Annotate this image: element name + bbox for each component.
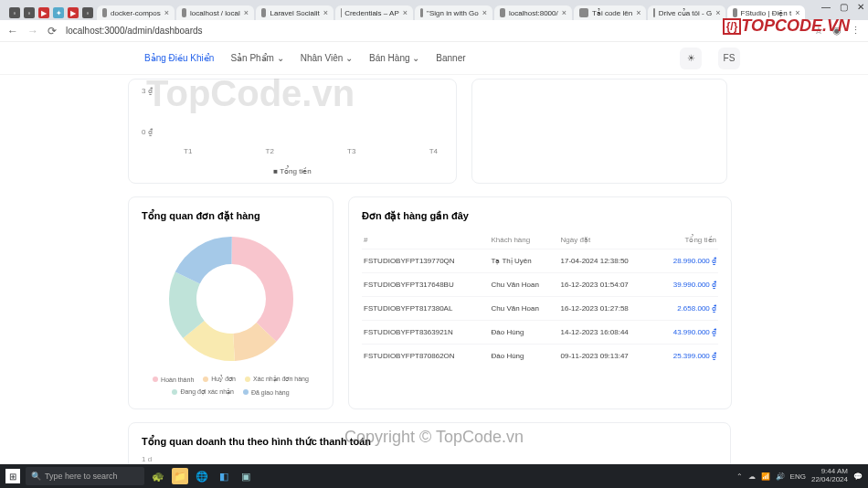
table-row[interactable]: FSTUDIOBYFPT8363921NĐào Hùng14-12-2023 1… [362, 321, 718, 345]
menu-icon[interactable]: ⋮ [851, 25, 861, 37]
page-content: 3 ₫ 0 ₫ T1 T2 T3 T4 Tổng tiền Tổng quan … [0, 75, 868, 485]
recent-orders-card: Đơn đặt hàng gần đây # Khách hàng Ngày đ… [348, 196, 732, 409]
taskbar-explorer[interactable]: 📁 [172, 468, 188, 484]
browser-tab[interactable]: localhost:8000/× [494, 5, 572, 20]
cell-date: 16-12-2023 01:54:07 [559, 273, 655, 297]
cell-id: FSTUDIOBYFPT8363921N [362, 321, 489, 345]
cell-total[interactable]: 43.990.000 ₫ [655, 321, 718, 345]
tray-notification-icon[interactable]: 💬 [853, 472, 863, 481]
cell-total[interactable]: 39.990.000 ₫ [655, 273, 718, 297]
y-tick: 0 ₫ [142, 128, 153, 136]
maximize-button[interactable]: ▢ [840, 2, 848, 12]
nav-staff[interactable]: Nhân Viên ⌄ [301, 53, 353, 63]
cell-date: 16-12-2023 01:27:58 [559, 297, 655, 321]
sun-icon: ☀ [687, 53, 695, 63]
cell-date: 09-11-2023 09:13:47 [559, 345, 655, 368]
cell-id: FSTUDIOBYFPT870862ON [362, 345, 489, 368]
pinned-tab[interactable]: ✦ [53, 7, 64, 18]
cell-customer: Đào Hùng [489, 321, 558, 345]
table-row[interactable]: FSTUDIOBYFPT870862ONĐào Hùng09-11-2023 0… [362, 345, 718, 368]
close-button[interactable]: ✕ [857, 2, 864, 12]
x-tick: T2 [266, 147, 274, 155]
donut-legend: Hoàn thành Huỷ đơn Xác nhận đơn hàng Đan… [142, 376, 320, 396]
x-tick: T4 [429, 147, 438, 155]
cell-id: FSTUDIOBYFPT139770QN [362, 249, 489, 273]
empty-card [471, 79, 727, 184]
user-avatar[interactable]: FS [718, 48, 740, 69]
taskbar-terminal[interactable]: ▣ [238, 468, 254, 484]
x-tick: T1 [184, 147, 192, 155]
pinned-tab[interactable]: ▶ [68, 7, 79, 18]
theme-toggle-button[interactable]: ☀ [680, 48, 702, 69]
cell-customer: Tạ Thị Uyên [489, 249, 558, 273]
nav-products[interactable]: Sản Phẩm ⌄ [230, 53, 283, 63]
col-customer: Khách hàng [489, 231, 558, 249]
table-row[interactable]: FSTUDIOBYFPT317648BUChu Văn Hoan16-12-20… [362, 273, 718, 297]
taskbar-app[interactable]: 🐢 [150, 468, 166, 484]
x-tick: T3 [347, 147, 355, 155]
browser-tab[interactable]: Laravel Socialit× [256, 5, 333, 20]
pinned-tab[interactable]: ◦ [82, 7, 93, 18]
cell-total[interactable]: 28.990.000 ₫ [655, 249, 718, 273]
cell-total[interactable]: 2.658.000 ₫ [655, 297, 718, 321]
card-title: Đơn đặt hàng gần đây [362, 210, 718, 222]
nav-dashboard[interactable]: Bảng Điều Khiển [144, 53, 214, 63]
browser-tab[interactable]: Credentials – AP× [335, 5, 413, 20]
y-tick: 1 d [142, 455, 717, 463]
pinned-tab[interactable]: ◦ [24, 7, 35, 18]
app-navbar: Bảng Điều Khiển Sản Phẩm ⌄ Nhân Viên ⌄ B… [0, 42, 868, 75]
window-controls: — ▢ ✕ [821, 2, 864, 12]
tray-wifi-icon[interactable]: 📶 [761, 472, 770, 481]
cell-id: FSTUDIOBYFPT317648BU [362, 273, 489, 297]
chevron-down-icon: ⌄ [345, 53, 353, 63]
browser-tab[interactable]: localhost / local× [176, 5, 254, 20]
table-row[interactable]: FSTUDIOBYFPT817380ALChu Văn Hoan16-12-20… [362, 297, 718, 321]
start-button[interactable]: ⊞ [5, 469, 20, 483]
browser-tab[interactable]: Tải code lên× [574, 5, 646, 20]
url-field[interactable]: localhost:3000/admin/dashboards [66, 26, 805, 36]
taskbar-search[interactable]: 🔍 Type here to search [26, 467, 144, 485]
pinned-tab[interactable]: ◦ [9, 7, 20, 18]
order-overview-card: Tổng quan đơn đặt hàng Hoàn thành Huỷ đơ… [128, 196, 333, 409]
windows-taskbar: ⊞ 🔍 Type here to search 🐢 📁 🌐 ◧ ▣ ⌃ ☁ 📶 … [0, 464, 868, 488]
cell-customer: Chu Văn Hoan [489, 273, 558, 297]
cell-date: 14-12-2023 16:08:44 [559, 321, 655, 345]
taskbar-vscode[interactable]: ◧ [216, 468, 232, 484]
tray-lang-icon[interactable]: ENG [790, 472, 806, 481]
browser-tab[interactable]: Drive của tôi - G× [648, 5, 725, 20]
card-title: Tổng quan đơn đặt hàng [142, 210, 320, 222]
back-button[interactable]: ← [7, 25, 18, 37]
browser-tab[interactable]: docker-compos× [97, 5, 175, 20]
cell-customer: Đào Hùng [489, 345, 558, 368]
cell-customer: Chu Văn Hoan [489, 297, 558, 321]
nav-banner[interactable]: Banner [436, 53, 465, 63]
col-total: Tổng tiền [655, 231, 718, 249]
taskbar-chrome[interactable]: 🌐 [194, 468, 210, 484]
tray-volume-icon[interactable]: 🔊 [776, 472, 785, 481]
watermark-bg-text: TopCode.vn [146, 73, 355, 114]
tray-chevron-icon[interactable]: ⌃ [736, 472, 743, 481]
forward-button[interactable]: → [27, 25, 38, 37]
donut-chart [167, 235, 295, 363]
reload-button[interactable]: ⟳ [48, 25, 57, 37]
system-tray[interactable]: ⌃ ☁ 📶 🔊 ENG 9:44 AM 22/04/2024 💬 [736, 468, 863, 484]
chart-legend: Tổng tiền [129, 167, 456, 175]
tray-cloud-icon[interactable]: ☁ [748, 472, 756, 481]
browser-tab[interactable]: "Sign in with Go× [415, 5, 492, 20]
cell-date: 17-04-2024 12:38:50 [559, 249, 655, 273]
cell-id: FSTUDIOBYFPT817380AL [362, 297, 489, 321]
chevron-down-icon: ⌄ [277, 53, 284, 63]
search-icon: 🔍 [31, 472, 41, 481]
copyright-overlay: Copyright © TopCode.vn [0, 428, 868, 447]
col-id: # [362, 231, 489, 249]
orders-table: # Khách hàng Ngày đặt Tổng tiền FSTUDIOB… [362, 231, 718, 367]
pinned-tab[interactable]: ▶ [38, 7, 49, 18]
col-date: Ngày đặt [559, 231, 655, 249]
cell-total[interactable]: 25.399.000 ₫ [655, 345, 718, 368]
nav-sales[interactable]: Bán Hàng ⌄ [369, 53, 419, 63]
watermark-logo: {/}TOPCODE.VN [723, 16, 850, 36]
table-row[interactable]: FSTUDIOBYFPT139770QNTạ Thị Uyên17-04-202… [362, 249, 718, 273]
chevron-down-icon: ⌄ [412, 53, 419, 63]
minimize-button[interactable]: — [821, 2, 831, 12]
taskbar-clock[interactable]: 9:44 AM 22/04/2024 [811, 468, 848, 484]
